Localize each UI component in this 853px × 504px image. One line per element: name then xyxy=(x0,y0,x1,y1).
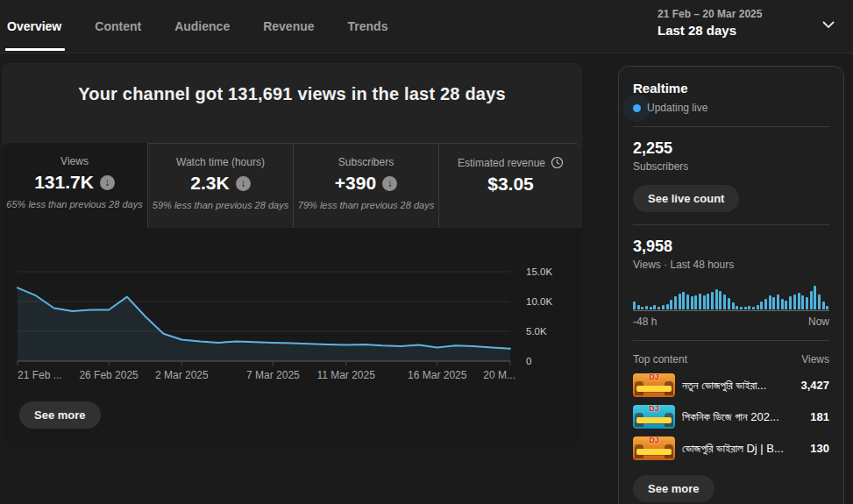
tab-content-label: Content xyxy=(95,19,141,33)
metric-revenue-value: $3.05 xyxy=(487,174,534,195)
svg-text:7 Mar 2025: 7 Mar 2025 xyxy=(246,369,300,381)
metric-card-views[interactable]: Views 131.7K ↓ 65% less than previous 28… xyxy=(2,143,147,228)
analytics-tabs: Overview Content Audience Revenue Trends xyxy=(5,0,421,53)
overview-panel: Your channel got 131,691 views in the la… xyxy=(2,63,582,446)
key-metrics-card: Views 131.7K ↓ 65% less than previous 28… xyxy=(2,143,582,446)
video-title: পিকনিক ডিজে গান 202... xyxy=(682,410,803,424)
metric-subs-label: Subscribers xyxy=(294,156,438,168)
tab-overview[interactable]: Overview xyxy=(5,0,82,53)
date-preset-text: Last 28 days xyxy=(658,23,846,38)
metric-views-value-row: 131.7K ↓ xyxy=(2,172,147,193)
video-thumbnail: DJ xyxy=(633,437,675,460)
tab-audience[interactable]: Audience xyxy=(174,0,251,53)
analytics-see-more-button[interactable]: See more xyxy=(19,401,101,429)
thumbnail-title-band xyxy=(636,449,672,455)
metric-watch-label: Watch time (hours) xyxy=(148,156,293,168)
top-navigation: Overview Content Audience Revenue Trends… xyxy=(0,0,853,53)
top-content-row[interactable]: DJ ভোজপুরি ভাইরাল Dj | B... 130 xyxy=(633,437,829,460)
see-live-count-button[interactable]: See live count xyxy=(633,185,739,212)
metric-subs-note: 79% less than previous 28 days xyxy=(294,200,438,210)
metric-views-label: Views xyxy=(2,155,147,167)
video-views: 130 xyxy=(810,442,829,455)
thumbnail-dj-text: DJ xyxy=(649,405,659,414)
page-title: Your channel got 131,691 views in the la… xyxy=(2,63,582,104)
svg-text:20 M...: 20 M... xyxy=(483,369,515,381)
video-views: 3,427 xyxy=(800,379,829,392)
svg-text:15.0K: 15.0K xyxy=(526,266,552,277)
divider xyxy=(633,126,829,127)
realtime-title: Realtime xyxy=(633,81,829,96)
views-line-chart[interactable]: 15.0K10.0K5.0K021 Feb ...26 Feb 20252 Ma… xyxy=(2,263,582,387)
tab-audience-label: Audience xyxy=(174,19,230,33)
clock-icon xyxy=(551,156,564,169)
live-dot-icon xyxy=(633,104,641,112)
metric-revenue-label: Estimated revenue xyxy=(458,157,545,169)
realtime-subscriber-count: 2,255 xyxy=(633,139,829,158)
realtime-see-more-button[interactable]: See more xyxy=(633,475,714,502)
video-views: 181 xyxy=(810,410,829,423)
svg-text:16 Mar 2025: 16 Mar 2025 xyxy=(408,369,467,381)
realtime-views-label: Views · Last 48 hours xyxy=(633,259,829,271)
top-content-header: Top content xyxy=(633,353,687,366)
thumbnail-dj-text: DJ xyxy=(649,373,659,382)
realtime-card: Realtime Updating live 2,255 Subscribers… xyxy=(618,66,844,504)
tab-trends[interactable]: Trends xyxy=(348,0,409,53)
divider xyxy=(633,340,829,341)
metric-cards-row: Views 131.7K ↓ 65% less than previous 28… xyxy=(2,143,582,228)
updating-live-row: Updating live xyxy=(633,102,829,114)
trend-down-icon: ↓ xyxy=(100,175,115,190)
metric-card-watch-time[interactable]: Watch time (hours) 2.3K ↓ 59% less than … xyxy=(147,143,293,228)
metric-watch-note: 59% less than previous 28 days xyxy=(148,200,293,210)
realtime-views-bar-chart xyxy=(633,285,829,311)
svg-text:2 Mar 2025: 2 Mar 2025 xyxy=(155,369,209,381)
tab-trends-label: Trends xyxy=(348,19,388,33)
thumbnail-title-band xyxy=(636,417,672,423)
svg-text:0: 0 xyxy=(526,356,531,366)
date-range-picker[interactable]: 21 Feb – 20 Mar 2025 Last 28 days xyxy=(658,8,846,38)
axis-label-start: -48 h xyxy=(633,316,657,328)
top-content-views-header: Views xyxy=(801,353,829,366)
realtime-axis-row: -48 h Now xyxy=(633,316,829,328)
chevron-down-icon xyxy=(821,20,835,29)
metric-card-subscribers[interactable]: Subscribers +390 ↓ 79% less than previou… xyxy=(293,143,438,228)
date-range-text: 21 Feb – 20 Mar 2025 xyxy=(658,8,846,20)
tab-overview-label: Overview xyxy=(7,19,61,33)
metric-subs-value-row: +390 ↓ xyxy=(294,173,438,194)
tab-revenue-label: Revenue xyxy=(263,19,314,33)
svg-text:26 Feb 2025: 26 Feb 2025 xyxy=(79,369,139,381)
trend-down-icon: ↓ xyxy=(382,176,397,191)
thumbnail-dj-text: DJ xyxy=(649,437,659,445)
video-thumbnail: DJ xyxy=(633,405,675,429)
metric-views-value: 131.7K xyxy=(34,172,94,193)
realtime-views-count: 3,958 xyxy=(633,238,829,256)
metric-watch-value: 2.3K xyxy=(190,173,229,194)
realtime-subscribers-label: Subscribers xyxy=(633,160,829,173)
svg-text:21 Feb ...: 21 Feb ... xyxy=(18,369,62,381)
trend-down-icon: ↓ xyxy=(236,176,251,191)
axis-label-now: Now xyxy=(808,316,829,328)
video-title: ভোজপুরি ভাইরাল Dj | B... xyxy=(682,442,803,456)
updating-live-label: Updating live xyxy=(647,102,707,114)
video-thumbnail: DJ xyxy=(633,373,675,397)
metric-card-revenue[interactable]: Estimated revenue $3.05 xyxy=(438,143,582,228)
svg-text:10.0K: 10.0K xyxy=(526,296,552,307)
top-content-row[interactable]: DJ পিকনিক ডিজে গান 202... 181 xyxy=(633,405,829,429)
metric-subs-value: +390 xyxy=(335,173,376,194)
tab-content[interactable]: Content xyxy=(95,0,162,53)
divider xyxy=(633,224,829,225)
thumbnail-title-band xyxy=(636,386,672,392)
metric-watch-value-row: 2.3K ↓ xyxy=(148,173,293,194)
tab-revenue[interactable]: Revenue xyxy=(263,0,335,53)
top-content-row[interactable]: DJ নতুন ভোজপুরি ভাইরা... 3,427 xyxy=(633,373,829,397)
metric-views-note: 65% less than previous 28 days xyxy=(2,199,147,209)
video-title: নতুন ভোজপুরি ভাইরা... xyxy=(682,379,793,393)
svg-text:11 Mar 2025: 11 Mar 2025 xyxy=(316,369,375,381)
top-content-header-row: Top content Views xyxy=(633,353,829,366)
svg-text:5.0K: 5.0K xyxy=(526,326,547,337)
